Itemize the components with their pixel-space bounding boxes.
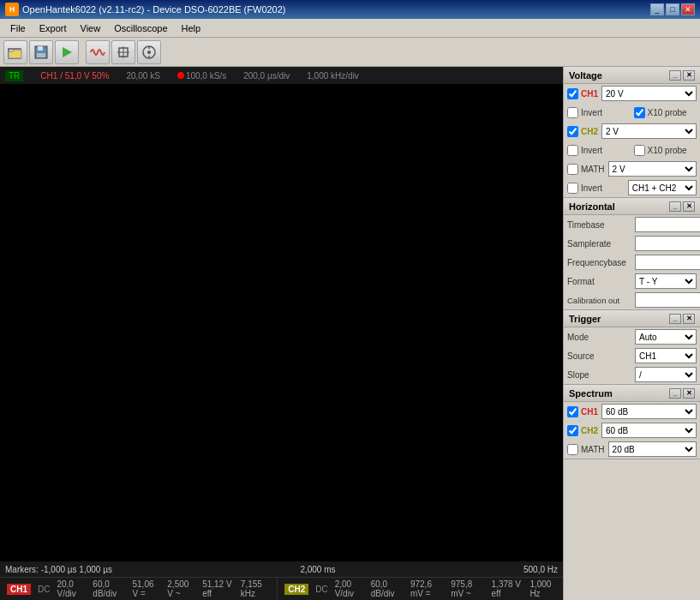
scope-header: TR CH1 / 51,0 V 50% 20,00 kS 100,0 kS/s …	[0, 67, 563, 84]
ch1-x10-label: X10 probe	[648, 108, 687, 117]
horizontal-close[interactable]: ✕	[683, 201, 695, 212]
horizontal-minimize[interactable]: _	[669, 201, 681, 212]
ch1-voltage: 51,06 V =	[132, 579, 160, 598]
samplerate-input[interactable]	[635, 236, 700, 251]
maximize-button[interactable]: □	[666, 3, 679, 15]
trigger-source-row: Source CH1 CH2	[564, 346, 700, 365]
channel-info-bar: CH1 DC 20,0 V/div 60,0 dB/div 51,06 V = …	[0, 577, 563, 600]
spectrum-close[interactable]: ✕	[683, 388, 695, 399]
freqbase-label: Frequencybase	[567, 258, 631, 267]
ch2-vdiv: 2,00 V/div	[335, 579, 364, 598]
trigger-section: Trigger _ ✕ Mode Auto Normal Single	[564, 310, 700, 385]
trigger-slope-label: Slope	[567, 370, 631, 380]
menu-export[interactable]: Export	[33, 21, 74, 35]
run-button[interactable]	[55, 40, 79, 64]
samplerate-row: Samplerate ▲ ▼	[564, 234, 700, 253]
ch1-invert-label: Invert	[581, 108, 602, 117]
spectrum-header: Spectrum _ ✕	[564, 385, 700, 402]
cursor-button[interactable]	[111, 40, 135, 64]
sine-button[interactable]	[86, 40, 110, 64]
measure-button[interactable]	[137, 40, 161, 64]
ch2-invert-label: Invert	[581, 146, 602, 155]
scope-area: TR CH1 / 51,0 V 50% 20,00 kS 100,0 kS/s …	[0, 67, 563, 600]
math-voltage-select[interactable]: 2 V	[608, 161, 697, 177]
ch1-vrms: 51,12 V eff	[202, 579, 234, 598]
trigger-slope-row: Slope / \	[564, 365, 700, 384]
ch1-invert-checkbox[interactable]	[567, 107, 578, 118]
spectrum-ch2-checkbox[interactable]	[567, 425, 578, 436]
ch2-dbdiv: 60,0 dB/div	[371, 579, 404, 598]
trigger-slope-select[interactable]: / \	[635, 367, 697, 382]
ch2-x10-checkbox[interactable]	[634, 145, 645, 156]
ch1-vdiv: 20,0 V/div	[57, 579, 86, 598]
math-formula-select[interactable]: CH1 + CH2	[628, 180, 697, 195]
minimize-button[interactable]: _	[650, 3, 664, 15]
calout-input[interactable]	[635, 292, 700, 308]
ch1-freq: 7,155 kHz	[241, 579, 270, 598]
ch2-invert-checkbox[interactable]	[567, 145, 578, 156]
trigger-minimize[interactable]: _	[669, 314, 681, 324]
save-button[interactable]	[29, 40, 53, 64]
math-enabled-checkbox[interactable]	[567, 164, 578, 175]
spectrum-math-select[interactable]: 20 dB	[608, 441, 697, 457]
menu-help[interactable]: Help	[175, 21, 208, 35]
ch1-label-badge: CH1	[7, 584, 31, 595]
trigger-title: Trigger	[569, 314, 601, 324]
toolbar	[0, 38, 700, 67]
format-row: Format T - Y X - Y	[564, 272, 700, 291]
calout-row: Calibration out ▲ ▼	[564, 291, 700, 309]
trigger-mode-row: Mode Auto Normal Single	[564, 327, 700, 346]
format-select[interactable]: T - Y X - Y	[635, 273, 697, 289]
menu-file[interactable]: File	[3, 21, 33, 35]
samplerate-label: Samplerate	[567, 239, 631, 249]
ch1-x10-checkbox[interactable]	[634, 107, 645, 118]
scope-canvas-container	[0, 84, 563, 561]
markers-text: Markers: -1,000 µs 1,000 µs	[5, 565, 112, 574]
ch2-voltage-select[interactable]: 2 V	[601, 123, 697, 139]
ch2-voltage: 972,6 mV =	[410, 579, 444, 598]
sample-count: 20,00 kS	[126, 71, 159, 81]
spectrum-ch1-checkbox[interactable]	[567, 406, 578, 417]
freqbase-row: Frequencybase ▲ ▼	[564, 253, 700, 272]
spectrum-minimize[interactable]: _	[669, 388, 681, 399]
trigger-mode-select[interactable]: Auto Normal Single	[635, 329, 697, 345]
spectrum-ch2-select[interactable]: 60 dB	[601, 423, 697, 438]
svg-rect-3	[37, 53, 45, 57]
svg-point-9	[147, 51, 151, 54]
voltage-minimize[interactable]: _	[669, 70, 681, 81]
voltage-ch1-opts-row: Invert X10 probe	[564, 103, 700, 122]
math-invert-checkbox[interactable]	[567, 183, 578, 194]
ch1-enabled-checkbox[interactable]	[567, 88, 578, 99]
ch1-voltage-label: CH1	[581, 89, 598, 99]
ch1-voltage-select[interactable]: 20 V	[601, 86, 697, 101]
ch1-voltage2: 2,500 V ~	[167, 579, 195, 598]
svg-marker-4	[63, 47, 72, 57]
trigger-header: Trigger _ ✕	[564, 310, 700, 327]
open-button[interactable]	[3, 40, 27, 64]
svg-rect-2	[38, 46, 43, 51]
voltage-close[interactable]: ✕	[683, 70, 695, 81]
spectrum-ch2-label: CH2	[581, 426, 598, 435]
close-button[interactable]: ✕	[681, 3, 695, 15]
menu-view[interactable]: View	[74, 21, 108, 35]
horizontal-header: Horizontal _ ✕	[564, 198, 700, 215]
scope-canvas[interactable]	[0, 84, 257, 213]
ch2-label-badge: CH2	[284, 584, 308, 595]
freqbase-input[interactable]	[635, 255, 700, 270]
menu-oscilloscope[interactable]: Oscilloscope	[107, 21, 174, 35]
spectrum-math-label: MATH	[581, 445, 605, 454]
timebase-input[interactable]	[635, 217, 700, 232]
spectrum-ch1-select[interactable]: 60 dB	[601, 404, 697, 419]
trigger-source-select[interactable]: CH1 CH2	[635, 348, 697, 363]
spectrum-math-checkbox[interactable]	[567, 444, 578, 455]
ch2-enabled-checkbox[interactable]	[567, 126, 578, 137]
spectrum-ch1-label: CH1	[581, 407, 598, 417]
app-icon: H	[5, 3, 19, 16]
freq-div: 1,000 kHz/div	[307, 71, 359, 81]
voltage-math-opts-row: Invert CH1 + CH2	[564, 178, 700, 197]
voltage-math-row: MATH 2 V	[564, 159, 700, 178]
voltage-ch2-opts-row: Invert X10 probe	[564, 141, 700, 159]
spectrum-section: Spectrum _ ✕ CH1 60 dB	[564, 385, 700, 459]
ch2-vrms: 1,378 V eff	[492, 579, 524, 598]
trigger-close[interactable]: ✕	[683, 314, 695, 324]
